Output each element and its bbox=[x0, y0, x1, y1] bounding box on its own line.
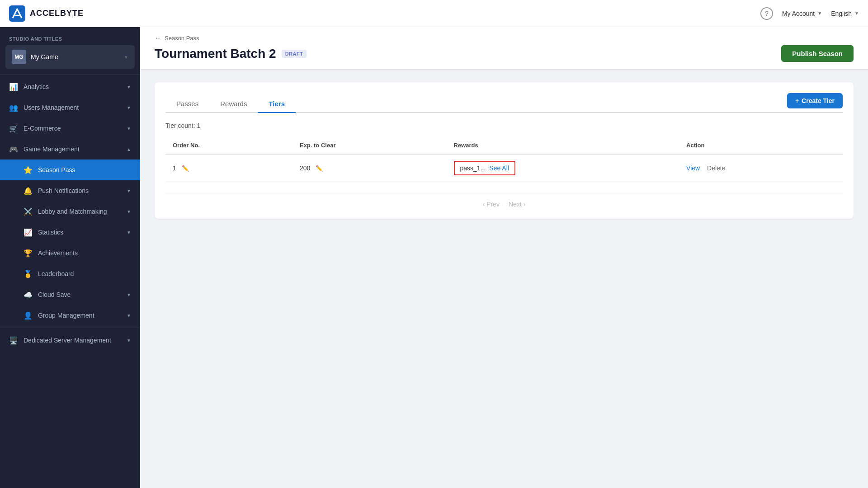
studio-selector-left: MG My Game bbox=[12, 50, 58, 64]
breadcrumb[interactable]: ← Season Pass bbox=[155, 34, 854, 42]
statistics-icon: 📈 bbox=[24, 228, 33, 237]
sidebar-item-cloud-save-label: Cloud Save bbox=[38, 291, 71, 298]
tab-rewards[interactable]: Rewards bbox=[209, 95, 258, 113]
sidebar-item-season-pass[interactable]: ⭐ Season Pass bbox=[0, 160, 140, 180]
dedicated-server-icon: 🖥️ bbox=[9, 336, 18, 345]
exp-edit-icon[interactable]: ✏️ bbox=[316, 165, 323, 172]
sidebar-item-achievements-label: Achievements bbox=[38, 249, 78, 257]
breadcrumb-arrow-icon: ← bbox=[155, 34, 161, 42]
draft-badge: DRAFT bbox=[282, 50, 307, 58]
delete-button[interactable]: Delete bbox=[707, 164, 725, 172]
achievements-icon: 🏆 bbox=[24, 249, 33, 258]
sidebar-item-game-management[interactable]: 🎮 Game Management ▲ bbox=[0, 139, 140, 160]
see-all-link[interactable]: See All bbox=[489, 164, 509, 172]
table-row: 1 ✏️ 200 ✏️ pass_1... See All bbox=[165, 155, 843, 182]
prev-button[interactable]: ‹ Prev bbox=[483, 201, 500, 208]
users-icon: 👥 bbox=[9, 103, 18, 112]
col-order-no: Order No. bbox=[165, 136, 292, 155]
account-chevron-icon: ▼ bbox=[817, 11, 822, 16]
col-action: Action bbox=[679, 136, 843, 155]
sidebar-item-analytics-label: Analytics bbox=[24, 83, 49, 90]
sidebar-divider-1 bbox=[0, 74, 140, 75]
order-no-edit-icon[interactable]: ✏️ bbox=[182, 165, 189, 172]
lobby-icon: ⚔️ bbox=[24, 207, 33, 216]
sidebar-item-statistics[interactable]: 📈 Statistics ▼ bbox=[0, 222, 140, 243]
tab-passes[interactable]: Passes bbox=[165, 95, 209, 113]
tiers-table: Order No. Exp. to Clear Rewards Action 1… bbox=[165, 136, 843, 182]
ecommerce-icon: 🛒 bbox=[9, 124, 18, 133]
sidebar-item-dedicated-server-label: Dedicated Server Management bbox=[24, 337, 111, 344]
studio-section-label: STUDIO AND TITLES bbox=[0, 27, 140, 45]
language-menu[interactable]: English ▼ bbox=[831, 10, 859, 17]
analytics-chevron-icon: ▼ bbox=[127, 84, 131, 89]
sidebar-divider-2 bbox=[0, 328, 140, 328]
account-menu[interactable]: My Account ▼ bbox=[782, 10, 822, 17]
create-tier-button[interactable]: + Create Tier bbox=[787, 93, 843, 108]
sidebar-item-statistics-label: Statistics bbox=[38, 229, 63, 236]
help-icon-symbol: ? bbox=[765, 10, 769, 17]
sidebar-item-push-notifications[interactable]: 🔔 Push Notifications ▼ bbox=[0, 180, 140, 201]
publish-season-button[interactable]: Publish Season bbox=[781, 45, 854, 62]
header-right: ? My Account ▼ English ▼ bbox=[760, 7, 859, 20]
cell-action: View Delete bbox=[679, 155, 843, 182]
main-content: Passes Rewards Tiers + Create Tier bbox=[140, 70, 868, 488]
sidebar-item-group-management-label: Group Management bbox=[38, 312, 94, 319]
sidebar-item-leaderboard[interactable]: 🥇 Leaderboard bbox=[0, 263, 140, 284]
page-title: Tournament Batch 2 bbox=[155, 47, 276, 61]
studio-avatar: MG bbox=[12, 50, 26, 64]
col-rewards: Rewards bbox=[447, 136, 679, 155]
studio-selector[interactable]: MG My Game ▼ bbox=[5, 45, 135, 69]
sidebar-item-season-pass-label: Season Pass bbox=[38, 166, 75, 174]
rewards-highlighted-box: pass_1... See All bbox=[454, 161, 515, 175]
sidebar-item-push-notifications-label: Push Notifications bbox=[38, 187, 89, 194]
rewards-text: pass_1... bbox=[460, 164, 486, 172]
analytics-icon: 📊 bbox=[9, 82, 18, 91]
leaderboard-icon: 🥇 bbox=[24, 269, 33, 278]
sidebar-item-cloud-save[interactable]: ☁️ Cloud Save ▼ bbox=[0, 284, 140, 305]
sidebar-item-group-management[interactable]: 👤 Group Management ▼ bbox=[0, 305, 140, 326]
group-management-chevron-icon: ▼ bbox=[127, 313, 131, 318]
tabs: Passes Rewards Tiers bbox=[165, 95, 296, 112]
sidebar-item-lobby-matchmaking[interactable]: ⚔️ Lobby and Matchmaking ▼ bbox=[0, 201, 140, 222]
main-layout: STUDIO AND TITLES MG My Game ▼ 📊 Analyti… bbox=[0, 27, 868, 488]
game-management-chevron-icon: ▲ bbox=[127, 147, 131, 152]
language-chevron-icon: ▼ bbox=[854, 11, 859, 16]
breadcrumb-label: Season Pass bbox=[165, 35, 199, 42]
sidebar-item-game-management-label: Game Management bbox=[24, 145, 80, 153]
exp-value: 200 bbox=[300, 164, 310, 172]
lobby-chevron-icon: ▼ bbox=[127, 209, 131, 214]
page-header: ← Season Pass Tournament Batch 2 DRAFT P… bbox=[140, 27, 868, 70]
account-label: My Account bbox=[782, 10, 815, 17]
next-button[interactable]: Next › bbox=[509, 201, 525, 208]
tiers-card: Passes Rewards Tiers + Create Tier bbox=[155, 82, 854, 219]
page-title-left: Tournament Batch 2 DRAFT bbox=[155, 47, 307, 61]
studio-name: My Game bbox=[31, 53, 58, 61]
push-notifications-icon: 🔔 bbox=[24, 186, 33, 195]
create-tier-label: Create Tier bbox=[802, 97, 835, 104]
help-button[interactable]: ? bbox=[760, 7, 773, 20]
sidebar-item-ecommerce-label: E-Commerce bbox=[24, 125, 61, 132]
game-management-icon: 🎮 bbox=[9, 145, 18, 154]
group-management-icon: 👤 bbox=[24, 311, 33, 320]
create-tier-icon: + bbox=[795, 97, 799, 104]
accelbyte-logo-icon bbox=[9, 5, 25, 22]
sidebar-item-analytics[interactable]: 📊 Analytics ▼ bbox=[0, 76, 140, 97]
order-no-value: 1 bbox=[173, 164, 176, 172]
top-header: ACCELBYTE ? My Account ▼ English ▼ bbox=[0, 0, 868, 27]
sidebar-item-leaderboard-label: Leaderboard bbox=[38, 270, 74, 277]
dedicated-server-chevron-icon: ▼ bbox=[127, 338, 131, 343]
tab-tiers[interactable]: Tiers bbox=[258, 95, 296, 113]
logo-area: ACCELBYTE bbox=[9, 5, 84, 22]
tab-actions: + Create Tier bbox=[787, 93, 843, 112]
sidebar-item-ecommerce[interactable]: 🛒 E-Commerce ▼ bbox=[0, 118, 140, 139]
push-notifications-chevron-icon: ▼ bbox=[127, 188, 131, 193]
cloud-save-icon: ☁️ bbox=[24, 290, 33, 299]
users-chevron-icon: ▼ bbox=[127, 105, 131, 110]
sidebar-item-users-management[interactable]: 👥 Users Management ▼ bbox=[0, 97, 140, 118]
svg-rect-0 bbox=[9, 5, 25, 22]
view-button[interactable]: View bbox=[686, 164, 700, 172]
sidebar-item-achievements[interactable]: 🏆 Achievements bbox=[0, 243, 140, 263]
sidebar-item-dedicated-server[interactable]: 🖥️ Dedicated Server Management ▼ bbox=[0, 330, 140, 351]
col-exp-to-clear: Exp. to Clear bbox=[292, 136, 447, 155]
content-area: ← Season Pass Tournament Batch 2 DRAFT P… bbox=[140, 27, 868, 488]
